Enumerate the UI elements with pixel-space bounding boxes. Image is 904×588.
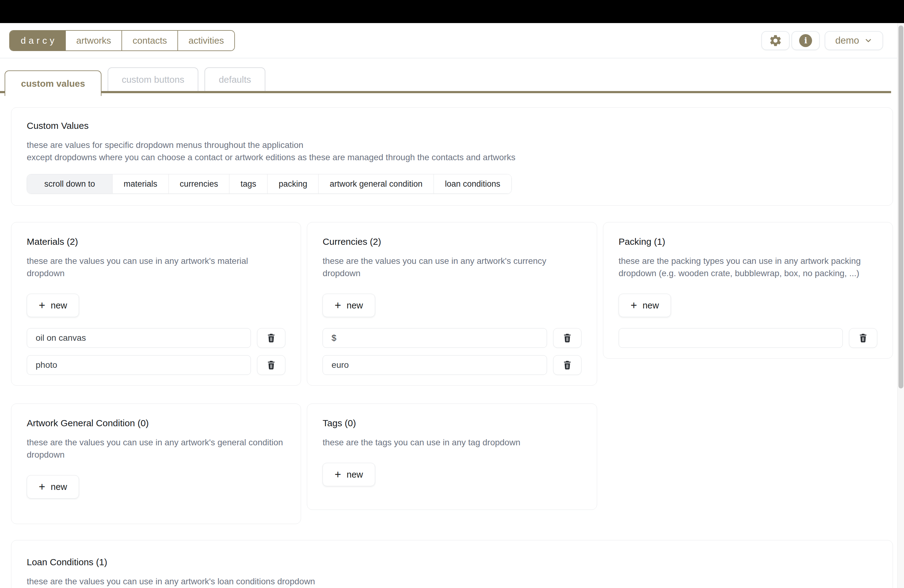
packing-value-list (619, 328, 877, 348)
header-controls: i demo (761, 31, 883, 50)
delete-packing-button[interactable] (849, 328, 877, 348)
chevron-down-icon (864, 36, 872, 45)
new-button-label: new (346, 469, 363, 480)
card-description: these are the values you can use in any … (27, 255, 285, 280)
card-description: these are the values you can use in any … (322, 255, 581, 280)
delete-material-button[interactable] (257, 328, 285, 348)
main-nav: darcy artworks contacts activities (9, 30, 235, 51)
delete-currency-button[interactable] (553, 355, 582, 375)
list-item (27, 355, 285, 375)
plus-icon: + (335, 300, 341, 311)
trash-icon (858, 333, 868, 343)
intro-description-line-1: these are values for specific dropdown m… (27, 139, 877, 151)
plus-icon: + (39, 481, 45, 492)
scroll-anchor-group: scroll down to materials currencies tags… (27, 174, 512, 194)
info-glyph: i (804, 36, 808, 45)
custom-values-intro-card: Custom Values these are values for speci… (11, 107, 893, 206)
nav-item-artworks[interactable]: artworks (65, 31, 122, 51)
card-description: these are the values you can use in any … (27, 575, 877, 588)
materials-card: Materials (2) these are the values you c… (11, 222, 301, 386)
card-title: Currencies (2) (322, 237, 581, 247)
tab-custom-values[interactable]: custom values (5, 70, 101, 96)
trash-icon (266, 360, 277, 370)
top-black-bar (0, 0, 904, 23)
tab-label: custom buttons (122, 74, 184, 85)
material-value-input[interactable] (27, 328, 251, 348)
new-button-label: new (346, 300, 363, 311)
list-item (322, 355, 581, 375)
loan-conditions-card: Loan Conditions (1) these are the values… (11, 540, 893, 588)
scrollbar-thumb[interactable] (898, 25, 903, 389)
add-condition-button[interactable]: + new (27, 475, 79, 498)
currencies-card: Currencies (2) these are the values you … (307, 222, 597, 386)
plus-icon: + (631, 300, 637, 311)
currencies-value-list (322, 328, 581, 375)
gear-icon (769, 34, 782, 47)
app-page: darcy artworks contacts activities i dem… (0, 0, 904, 588)
tab-label: custom values (21, 78, 85, 89)
add-currency-button[interactable]: + new (322, 294, 375, 317)
new-button-label: new (643, 300, 659, 311)
settings-button[interactable] (761, 31, 790, 50)
list-item (27, 328, 285, 348)
plus-icon: + (335, 469, 341, 480)
card-description: these are the values you can use in any … (27, 436, 285, 461)
card-title: Loan Conditions (1) (27, 557, 877, 567)
anchor-artwork-general-condition[interactable]: artwork general condition (318, 174, 433, 193)
trash-icon (266, 333, 277, 343)
intro-description-line-2: except dropdowns where you can choose a … (27, 151, 877, 164)
card-title: Packing (1) (619, 237, 877, 247)
tab-label: defaults (219, 74, 251, 85)
nav-item-activities[interactable]: activities (177, 31, 234, 51)
account-label: demo (835, 35, 859, 46)
brand-logo: darcy (10, 31, 65, 51)
value-cards-grid: Materials (2) these are the values you c… (11, 222, 893, 524)
info-icon: i (799, 34, 812, 47)
list-item (619, 328, 877, 348)
account-menu-button[interactable]: demo (825, 31, 883, 50)
tab-custom-buttons[interactable]: custom buttons (107, 67, 198, 91)
anchor-tags[interactable]: tags (229, 174, 267, 193)
anchor-packing[interactable]: packing (267, 174, 318, 193)
tags-card: Tags (0) these are the tags you can use … (307, 403, 597, 510)
add-packing-button[interactable]: + new (619, 294, 671, 317)
materials-value-list (27, 328, 285, 375)
packing-card: Packing (1) these are the packing types … (603, 222, 893, 359)
delete-material-button[interactable] (257, 355, 285, 375)
page-scrollbar[interactable] (897, 23, 904, 588)
plus-icon: + (39, 300, 45, 311)
card-description: these are the tags you can use in any ta… (322, 436, 581, 449)
app-header: darcy artworks contacts activities i dem… (0, 23, 904, 58)
new-button-label: new (51, 300, 67, 311)
nav-item-contacts[interactable]: contacts (122, 31, 177, 51)
anchor-materials[interactable]: materials (112, 174, 169, 193)
anchor-currencies[interactable]: currencies (169, 174, 229, 193)
main-content: Custom Values these are values for speci… (0, 93, 904, 588)
settings-tabs: custom values custom buttons defaults (0, 58, 904, 93)
add-tag-button[interactable]: + new (322, 463, 375, 486)
material-value-input[interactable] (27, 355, 251, 375)
trash-icon (562, 360, 572, 370)
tab-defaults[interactable]: defaults (204, 67, 265, 91)
card-title: Artwork General Condition (0) (27, 418, 285, 428)
packing-value-input[interactable] (619, 328, 843, 348)
trash-icon (562, 333, 572, 343)
anchor-loan-conditions[interactable]: loan conditions (433, 174, 511, 193)
currency-value-input[interactable] (322, 328, 547, 348)
delete-currency-button[interactable] (553, 328, 582, 348)
currency-value-input[interactable] (322, 355, 547, 375)
info-button[interactable]: i (792, 31, 820, 50)
card-title: Materials (2) (27, 237, 285, 247)
artwork-general-condition-card: Artwork General Condition (0) these are … (11, 403, 301, 524)
tab-underline (0, 91, 891, 93)
section-title: Custom Values (27, 120, 877, 131)
card-title: Tags (0) (322, 418, 581, 428)
card-description: these are the packing types you can use … (619, 255, 877, 280)
add-material-button[interactable]: + new (27, 294, 79, 317)
scroll-down-to-label: scroll down to (27, 174, 112, 193)
new-button-label: new (51, 482, 67, 492)
list-item (322, 328, 581, 348)
